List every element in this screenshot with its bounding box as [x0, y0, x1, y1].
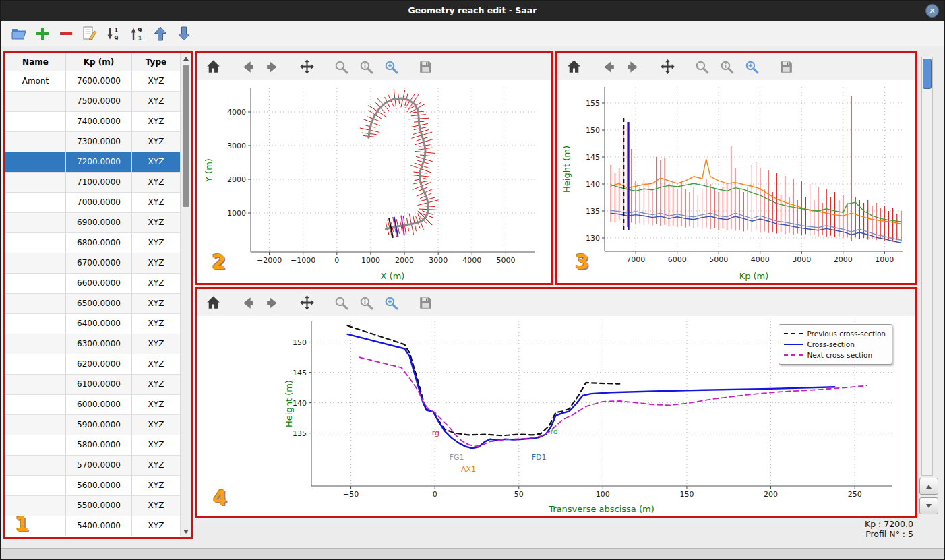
table-row[interactable]: 5400.0000XYZ	[5, 516, 191, 536]
close-button[interactable]: ✕	[925, 4, 939, 18]
table-cell: 6300.0000	[66, 334, 132, 354]
longitudinal-profile-plot[interactable]: 7000600050004000300020001000130135140145…	[557, 80, 915, 283]
sort-ascending-icon[interactable]: 19	[104, 25, 122, 42]
svg-text:rd: rd	[550, 427, 557, 436]
home-icon[interactable]	[566, 59, 582, 75]
table-cell	[5, 132, 66, 152]
save-icon[interactable]	[417, 59, 434, 75]
zoom-info-icon[interactable]: i	[719, 59, 735, 75]
table-row[interactable]: 5800.0000XYZ	[5, 435, 191, 456]
move-up-icon[interactable]	[152, 25, 169, 42]
svg-text:140: 140	[293, 399, 307, 408]
move-down-icon[interactable]	[175, 25, 193, 42]
table-row[interactable]: 6500.0000XYZ	[5, 294, 191, 314]
forward-icon[interactable]	[264, 294, 281, 311]
table-cell	[5, 294, 66, 313]
zoom-plus-icon[interactable]	[383, 59, 400, 75]
table-row[interactable]: 6100.0000XYZ	[5, 375, 191, 395]
up-arrow-icon	[926, 485, 932, 489]
previous-profile-button[interactable]	[919, 478, 938, 495]
forward-icon[interactable]	[625, 59, 642, 75]
save-icon[interactable]	[417, 294, 434, 311]
status-info: Kp : 7200.0 Profil N° : 5	[865, 519, 913, 539]
svg-text:5000: 5000	[496, 256, 515, 265]
title-bar[interactable]: Geometry reach edit - Saar ✕	[1, 1, 944, 21]
table-scrollbar-thumb[interactable]	[183, 65, 189, 207]
table-scrollbar[interactable]	[181, 53, 191, 537]
pan-icon[interactable]	[659, 59, 676, 75]
svg-text:50: 50	[514, 490, 524, 499]
table-row[interactable]: 5600.0000XYZ	[5, 476, 191, 496]
table-cell: 6900.0000	[66, 213, 132, 232]
svg-text:5000: 5000	[709, 255, 728, 264]
table-row[interactable]: 6200.0000XYZ	[5, 354, 191, 375]
table-row[interactable]: 6900.0000XYZ	[5, 213, 191, 233]
table-row[interactable]: Amont7600.0000XYZ	[5, 71, 191, 92]
table-row[interactable]: 7500.0000XYZ	[5, 92, 191, 112]
table-row[interactable]: 6300.0000XYZ	[5, 334, 191, 354]
svg-text:1000: 1000	[361, 256, 380, 265]
table-row[interactable]: 7300.0000XYZ	[5, 132, 191, 152]
status-profil: Profil N° : 5	[865, 529, 913, 539]
table-row[interactable]: 7200.0000XYZ	[5, 152, 191, 173]
svg-text:X (m): X (m)	[381, 271, 405, 281]
back-icon[interactable]	[239, 59, 256, 75]
back-icon[interactable]	[600, 59, 617, 75]
zoom-info-icon[interactable]: i	[358, 294, 375, 311]
save-icon[interactable]	[778, 59, 795, 75]
svg-text:Transverse abscissa (m): Transverse abscissa (m)	[548, 504, 654, 514]
table-cell: XYZ	[132, 395, 181, 414]
zoom-plus-icon[interactable]	[743, 59, 760, 75]
home-icon[interactable]	[205, 59, 222, 75]
table-row[interactable]: 6400.0000XYZ	[5, 314, 191, 334]
svg-text:140: 140	[586, 180, 600, 189]
zoom-icon[interactable]	[694, 59, 710, 75]
table-row[interactable]: 6800.0000XYZ	[5, 233, 191, 253]
table-cell	[5, 415, 66, 435]
legend-label: Cross-section	[807, 340, 854, 348]
plan-view-plot[interactable]: −2000−1000010002000300040005000100020003…	[197, 80, 551, 283]
table-row[interactable]: 7000.0000XYZ	[5, 193, 191, 213]
table-row[interactable]: 7100.0000XYZ	[5, 173, 191, 193]
table-row[interactable]: 6000.0000XYZ	[5, 395, 191, 415]
svg-text:−2000: −2000	[257, 256, 282, 265]
table-row[interactable]: 6600.0000XYZ	[5, 274, 191, 294]
table-row[interactable]: 5500.0000XYZ	[5, 496, 191, 516]
table-row[interactable]: 7400.0000XYZ	[5, 112, 191, 132]
next-profile-button[interactable]	[919, 497, 938, 514]
profile-scrollbar[interactable]	[921, 57, 933, 476]
remove-icon[interactable]	[57, 25, 75, 42]
edit-icon[interactable]	[81, 25, 98, 42]
table-cell	[5, 375, 66, 394]
table-header: NameKp (m)Type	[5, 53, 191, 71]
svg-text:135: 135	[293, 429, 307, 438]
scroll-up-icon[interactable]	[181, 54, 191, 63]
zoom-plus-icon[interactable]	[383, 294, 400, 311]
bottom-status-bar	[1, 548, 944, 560]
pan-icon[interactable]	[299, 294, 315, 311]
scroll-down-icon[interactable]	[181, 527, 191, 536]
table-row[interactable]: 5700.0000XYZ	[5, 456, 191, 476]
pan-icon[interactable]	[299, 59, 315, 75]
table-cell: XYZ	[132, 92, 181, 111]
add-icon[interactable]	[34, 25, 51, 42]
table-cell: XYZ	[132, 173, 181, 192]
table-cell: 6100.0000	[66, 375, 132, 394]
table-cell: 6700.0000	[66, 253, 132, 273]
profile-scrollbar-thumb[interactable]	[923, 59, 932, 89]
sort-descending-icon[interactable]: 91	[128, 25, 146, 42]
open-folder-icon[interactable]	[10, 25, 28, 42]
zoom-icon[interactable]	[333, 294, 350, 311]
table-row[interactable]: 6700.0000XYZ	[5, 253, 191, 274]
svg-text:7000: 7000	[626, 255, 645, 264]
table-cell: XYZ	[132, 132, 181, 152]
back-icon[interactable]	[239, 294, 256, 311]
table-cell: 7300.0000	[66, 132, 132, 152]
home-icon[interactable]	[205, 294, 222, 311]
table-row[interactable]: 5900.0000XYZ	[5, 415, 191, 435]
legend-line-sample	[784, 354, 803, 356]
zoom-icon[interactable]	[333, 59, 350, 75]
forward-icon[interactable]	[264, 59, 281, 75]
table-cell: 5800.0000	[66, 435, 132, 455]
zoom-info-icon[interactable]: i	[358, 59, 375, 75]
